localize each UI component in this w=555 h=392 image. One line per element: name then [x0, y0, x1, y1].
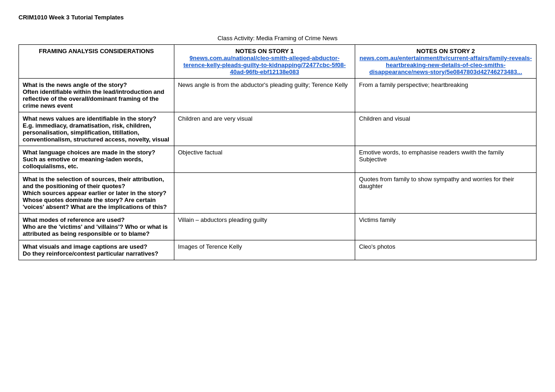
- consideration-cell-2: What language choices are made in the st…: [19, 146, 174, 173]
- header-story2: NOTES ON STORY 2 news.com.au/entertainme…: [355, 45, 536, 79]
- story2-cell-1: Children and visual: [355, 112, 536, 146]
- story1-cell-0: News angle is from the abductor's pleadi…: [174, 79, 355, 112]
- story2-cell-5: Cleo's photos: [355, 240, 536, 260]
- table-row: What modes of reference are used?Who are…: [19, 214, 536, 240]
- table-row: What visuals and image captions are used…: [19, 240, 536, 260]
- story1-header-label: NOTES ON STORY 1: [235, 48, 294, 55]
- consideration-cell-1: What news values are identifiable in the…: [19, 112, 174, 146]
- story1-cell-1: Children and are very visual: [174, 112, 355, 146]
- class-activity-title: Class Activity: Media Framing of Crime N…: [18, 35, 536, 42]
- consideration-cell-3: What is the selection of sources, their …: [19, 173, 174, 214]
- story2-cell-0: From a family perspective; heartbreaking: [355, 79, 536, 112]
- story1-cell-5: Images of Terence Kelly: [174, 240, 355, 260]
- table-row: What is the news angle of the story?Ofte…: [19, 79, 536, 112]
- table-row: What language choices are made in the st…: [19, 146, 536, 173]
- table-row: What is the selection of sources, their …: [19, 173, 536, 214]
- story2-cell-2: Emotive words, to emphasise readers wwit…: [355, 146, 536, 173]
- story1-cell-2: Objective factual: [174, 146, 355, 173]
- table-row: What news values are identifiable in the…: [19, 112, 536, 146]
- story2-link[interactable]: news.com.au/entertainment/tv/current-aff…: [359, 55, 532, 75]
- story2-header-label: NOTES ON STORY 2: [417, 48, 475, 55]
- story1-cell-3: [174, 173, 355, 214]
- consideration-cell-0: What is the news angle of the story?Ofte…: [19, 79, 174, 112]
- story2-cell-3: Quotes from family to show sympathy and …: [355, 173, 536, 214]
- story1-link[interactable]: 9news.com.au/national/cleo-smith-alleged…: [183, 55, 345, 75]
- document-title: CRIM1010 Week 3 Tutorial Templates: [18, 14, 536, 21]
- header-story1: NOTES ON STORY 1 9news.com.au/national/c…: [174, 45, 355, 79]
- header-considerations: FRAMING ANALYSIS CONSIDERATIONS: [19, 45, 174, 79]
- story1-cell-4: Villain – abductors pleading guilty: [174, 214, 355, 240]
- framing-analysis-table: FRAMING ANALYSIS CONSIDERATIONS NOTES ON…: [18, 44, 536, 260]
- consideration-cell-4: What modes of reference are used?Who are…: [19, 214, 174, 240]
- consideration-cell-5: What visuals and image captions are used…: [19, 240, 174, 260]
- story2-cell-4: Victims family: [355, 214, 536, 240]
